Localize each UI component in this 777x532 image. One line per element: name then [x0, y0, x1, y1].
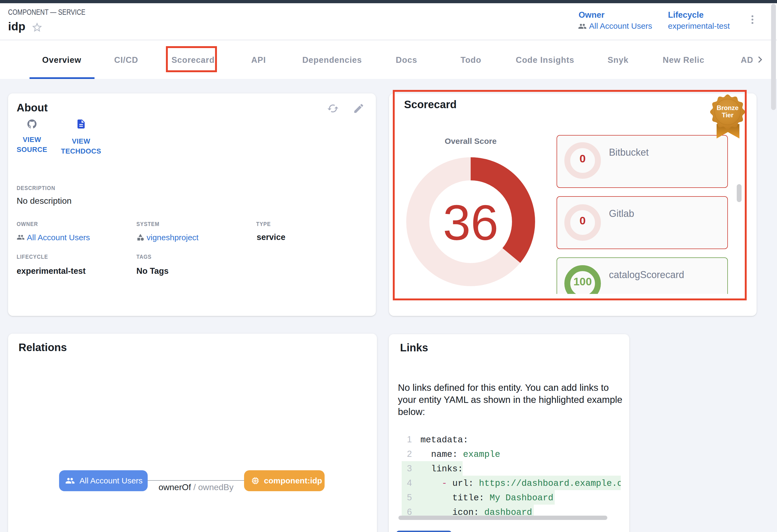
svg-text:Tier: Tier	[722, 111, 734, 119]
svg-text:Bronze: Bronze	[716, 104, 738, 111]
